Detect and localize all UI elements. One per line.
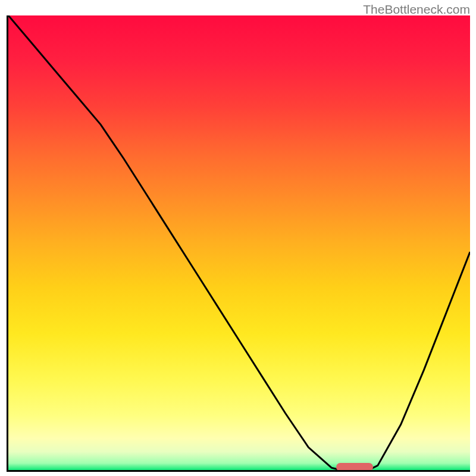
optimal-marker: [336, 463, 373, 471]
chart-plot-area: [7, 15, 470, 472]
bottleneck-curve: [8, 15, 470, 470]
watermark-text: TheBottleneck.com: [363, 2, 470, 17]
